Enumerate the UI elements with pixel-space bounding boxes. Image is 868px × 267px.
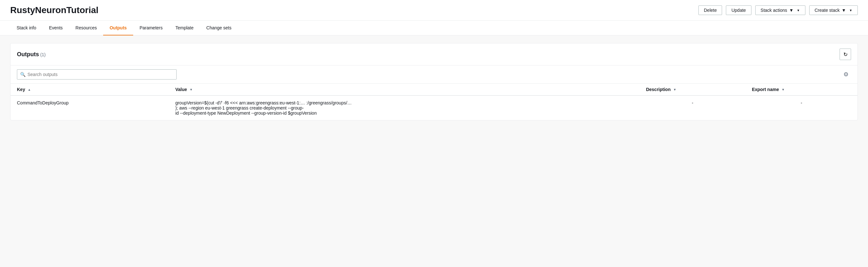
row-value: groupVersion=$(cut -d'/' -f6 <<< arn:aws…	[169, 95, 640, 120]
panel-title: Outputs	[17, 51, 39, 58]
search-wrapper: 🔍	[17, 69, 177, 80]
panel-count: (1)	[40, 52, 46, 57]
value-line-2: ); aws --region eu-west-1 greengrass cre…	[175, 106, 633, 111]
delete-button[interactable]: Delete	[699, 5, 722, 15]
outputs-table-wrapper: Key ▲ Value ▼ Descriptio	[10, 84, 858, 120]
search-area: 🔍 ⚙	[10, 65, 858, 84]
settings-icon: ⚙	[843, 71, 848, 78]
create-stack-button[interactable]: Create stack ▼	[809, 5, 858, 15]
row-export-name: -	[745, 95, 858, 120]
search-icon: 🔍	[20, 72, 26, 77]
value-sort-icon: ▼	[190, 88, 193, 91]
description-sort-icon: ▼	[673, 88, 676, 91]
col-header-value[interactable]: Value ▼	[169, 84, 640, 95]
refresh-button[interactable]: ↻	[840, 49, 851, 60]
header-actions: Delete Update Stack actions ▼ Create sta…	[699, 5, 858, 15]
main-content: Outputs (1) ↻ 🔍 ⚙	[0, 35, 868, 128]
col-header-export-name[interactable]: Export name ▼	[745, 84, 858, 95]
panel-header: Outputs (1) ↻	[10, 43, 858, 65]
key-sort-icon: ▲	[28, 88, 31, 91]
create-stack-dropdown-icon: ▼	[841, 8, 846, 13]
search-input[interactable]	[17, 69, 177, 80]
page-header: RustyNeuronTutorial Delete Update Stack …	[0, 0, 868, 21]
stack-actions-button[interactable]: Stack actions ▼	[755, 5, 805, 15]
row-key: CommandToDeployGroup	[10, 95, 169, 120]
outputs-panel: Outputs (1) ↻ 🔍 ⚙	[10, 43, 858, 120]
row-description: -	[640, 95, 745, 120]
update-button[interactable]: Update	[726, 5, 751, 15]
tab-change-sets[interactable]: Change sets	[200, 21, 238, 35]
value-line-3: id --deployment-type NewDeployment --gro…	[175, 111, 633, 116]
tab-template[interactable]: Template	[169, 21, 200, 35]
col-header-key[interactable]: Key ▲	[10, 84, 169, 95]
tab-outputs[interactable]: Outputs	[103, 21, 133, 35]
tabs-bar: Stack info Events Resources Outputs Para…	[0, 21, 868, 35]
table-row: CommandToDeployGroup groupVersion=$(cut …	[10, 95, 858, 120]
tab-parameters[interactable]: Parameters	[133, 21, 169, 35]
value-line-1: groupVersion=$(cut -d'/' -f6 <<< arn:aws…	[175, 100, 633, 106]
export-name-sort-icon: ▼	[781, 88, 785, 91]
tab-resources[interactable]: Resources	[69, 21, 103, 35]
outputs-table: Key ▲ Value ▼ Descriptio	[10, 84, 858, 120]
table-header-row: Key ▲ Value ▼ Descriptio	[10, 84, 858, 95]
tab-stack-info[interactable]: Stack info	[10, 21, 42, 35]
refresh-icon: ↻	[843, 52, 847, 58]
tab-events[interactable]: Events	[42, 21, 69, 35]
col-header-description[interactable]: Description ▼	[640, 84, 745, 95]
stack-actions-dropdown-icon: ▼	[789, 8, 794, 13]
column-settings-button[interactable]: ⚙	[841, 69, 851, 80]
page-title: RustyNeuronTutorial	[10, 5, 98, 15]
panel-title-area: Outputs (1)	[17, 51, 46, 58]
